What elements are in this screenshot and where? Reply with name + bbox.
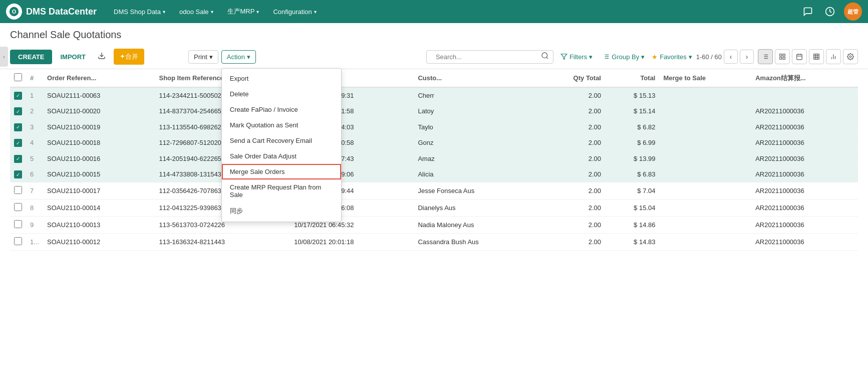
action-menu-item-merge-orders[interactable]: Merge Sale Orders <box>222 164 341 179</box>
col-header-amazon[interactable]: Amazon结算报... <box>751 69 858 87</box>
customer-cell: Latoy <box>414 103 539 119</box>
col-header-order-ref[interactable]: Order Referen... <box>43 69 155 87</box>
table-row: 8SOAU2110-00014112-0413225-939863710/18/… <box>10 200 858 217</box>
calendar-view-button[interactable] <box>792 49 807 64</box>
nav-item-shengchan-mrp[interactable]: 生产MRP ▾ <box>222 4 264 19</box>
order-ref-cell: SOAU2110-00017 <box>43 182 155 200</box>
row-checkbox-cell[interactable]: ✓ <box>10 119 26 135</box>
amazon-cell: AR20211000036 <box>751 103 858 119</box>
total-cell: $ 14.86 <box>605 217 660 234</box>
merge-cell <box>659 182 751 200</box>
row-checkbox-cell[interactable]: ✓ <box>10 166 26 182</box>
row-checkbox-cell[interactable]: ✓ <box>10 151 26 167</box>
top-nav: O DMS DataCenter DMS Shop Data ▾ odoo Sa… <box>0 0 868 23</box>
chart-view-button[interactable] <box>826 49 841 64</box>
sidebar-toggle[interactable]: › <box>0 47 8 67</box>
print-button[interactable]: Print ▾ <box>188 50 218 64</box>
row-checkbox[interactable]: ✓ <box>14 107 22 115</box>
prev-page-button[interactable]: ‹ <box>724 50 738 64</box>
action-menu-item-mark-sent[interactable]: Mark Quotation as Sent <box>222 117 341 133</box>
nav-item-configuration[interactable]: Configuration ▾ <box>268 5 321 19</box>
total-cell: $ 13.99 <box>605 151 660 167</box>
pagination: 1-60 / 60 ‹ › <box>696 50 754 64</box>
merge-button[interactable]: ✦合并 <box>114 49 144 65</box>
amazon-cell: AR20211000036 <box>751 200 858 217</box>
order-ref-cell: SOAU2110-00018 <box>43 135 155 151</box>
action-menu-item-sync[interactable]: 同步 <box>222 203 341 220</box>
select-all-checkbox[interactable] <box>14 73 22 81</box>
row-checkbox-cell[interactable]: ✓ <box>10 103 26 119</box>
favorites-button[interactable]: ★ Favorites ▾ <box>652 53 692 61</box>
action-button[interactable]: Action ▾ <box>221 50 256 64</box>
order-ref-cell: SOAU2110-00015 <box>43 166 155 182</box>
row-num: 4 <box>26 135 43 151</box>
import-button[interactable]: IMPORT <box>56 50 90 64</box>
grid-view-button[interactable] <box>809 49 824 64</box>
select-all-checkbox-header[interactable] <box>10 69 26 87</box>
customer-cell: Amaz <box>414 151 539 167</box>
total-cell: $ 15.13 <box>605 87 660 103</box>
clock-icon-btn[interactable] <box>822 4 838 20</box>
row-checkbox-cell[interactable] <box>10 217 26 234</box>
row-checkbox[interactable]: ✓ <box>14 170 22 178</box>
search-input[interactable] <box>431 51 541 63</box>
groupby-button[interactable]: Group By ▾ <box>600 51 648 63</box>
filters-button[interactable]: Filters ▾ <box>557 51 596 63</box>
row-num: 5 <box>26 151 43 167</box>
nav-item-dms-shop-data[interactable]: DMS Shop Data ▾ <box>109 5 170 19</box>
qty-total-cell: 2.00 <box>540 234 605 251</box>
col-header-merge[interactable]: Merge to Sale <box>659 69 751 87</box>
row-checkbox-cell[interactable] <box>10 234 26 251</box>
order-ref-cell: SOAU2110-00013 <box>43 217 155 234</box>
row-num: 1 <box>26 87 43 103</box>
row-checkbox[interactable]: ✓ <box>14 123 22 131</box>
chat-icon-btn[interactable] <box>800 4 816 20</box>
nav-right-icons: 超管 <box>800 3 862 21</box>
list-view-button[interactable] <box>758 49 773 64</box>
kanban-view-button[interactable] <box>775 49 790 64</box>
total-cell: $ 7.04 <box>605 182 660 200</box>
total-cell: $ 6.83 <box>605 166 660 182</box>
qty-total-cell: 2.00 <box>540 135 605 151</box>
table-row: ✓4SOAU2110-00018112-7296807-512020010/22… <box>10 135 858 151</box>
row-checkbox[interactable]: ✓ <box>14 139 22 147</box>
merge-cell <box>659 103 751 119</box>
action-menu-item-delete[interactable]: Delete <box>222 86 341 102</box>
chevron-down-icon: ▾ <box>689 53 692 61</box>
nav-item-odoo-sale[interactable]: odoo Sale ▾ <box>174 5 218 19</box>
row-checkbox[interactable]: ✓ <box>14 92 22 100</box>
row-checkbox-cell[interactable]: ✓ <box>10 135 26 151</box>
row-checkbox-cell[interactable] <box>10 200 26 217</box>
qty-total-cell: 2.00 <box>540 200 605 217</box>
user-avatar[interactable]: 超管 <box>844 3 862 21</box>
customer-cell: Dianelys Aus <box>414 200 539 217</box>
settings-view-button[interactable] <box>843 49 858 64</box>
search-button[interactable] <box>541 52 549 62</box>
create-button[interactable]: CREATE <box>10 50 52 64</box>
next-page-button[interactable]: › <box>740 50 754 64</box>
col-header-total[interactable]: Total <box>605 69 660 87</box>
row-num: 9 <box>26 217 43 234</box>
action-menu-item-export[interactable]: Export <box>222 71 341 86</box>
merge-cell <box>659 119 751 135</box>
col-header-customer[interactable]: Custo... <box>414 69 539 87</box>
row-num: 1... <box>26 234 43 251</box>
row-checkbox-cell[interactable]: ✓ <box>10 87 26 103</box>
action-menu-item-fapiao[interactable]: Create FaPiao / Invoice <box>222 102 341 117</box>
app-logo[interactable]: O DMS DataCenter <box>6 4 97 20</box>
table-row: ✓5SOAU2110-00016114-2051940-622265010/22… <box>10 151 858 167</box>
row-checkbox[interactable] <box>14 186 22 194</box>
row-checkbox[interactable] <box>14 203 22 211</box>
action-menu-item-cart-recovery[interactable]: Send a Cart Recovery Email <box>222 133 341 148</box>
row-num: 8 <box>26 200 43 217</box>
row-checkbox-cell[interactable] <box>10 182 26 200</box>
total-cell: $ 15.14 <box>605 103 660 119</box>
row-checkbox[interactable] <box>14 237 22 245</box>
action-menu-item-data-adjust[interactable]: Sale Order Data Adjust <box>222 148 341 164</box>
download-button[interactable] <box>94 49 110 65</box>
row-checkbox[interactable]: ✓ <box>14 155 22 163</box>
svg-line-5 <box>546 57 548 59</box>
row-checkbox[interactable] <box>14 220 22 228</box>
col-header-qty-total[interactable]: Qty Total <box>540 69 605 87</box>
action-menu-item-mrp-plan[interactable]: Create MRP Request Plan from Sale <box>222 179 341 203</box>
